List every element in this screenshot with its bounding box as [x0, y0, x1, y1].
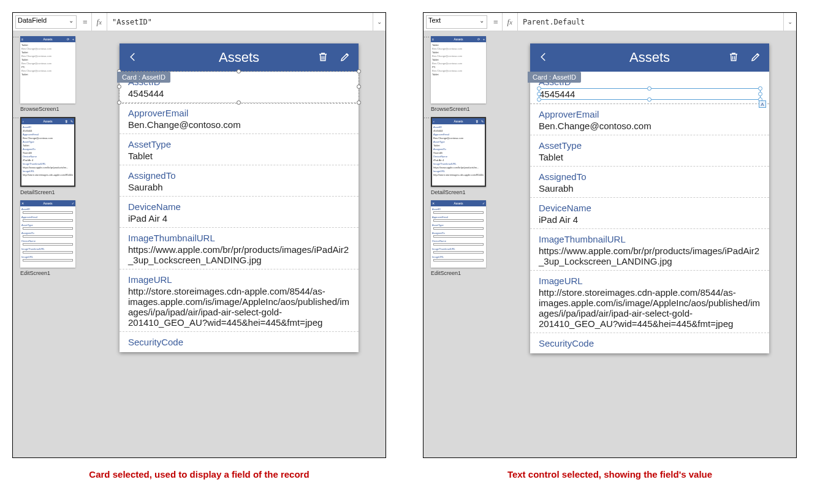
trash-icon[interactable]: [726, 50, 741, 64]
detail-screen-thumb[interactable]: ‹Assets🗑✎ AssetID4545444 ApproverEmailBe…: [20, 117, 75, 187]
card-value[interactable]: https://www.apple.com/br/pr/products/ima…: [128, 244, 350, 265]
card-label: AssetType: [539, 140, 761, 151]
trash-icon[interactable]: [316, 50, 330, 64]
card-value[interactable]: Tablet: [539, 152, 761, 162]
browse-screen-label: BrowseScreen1: [431, 106, 501, 112]
canvas[interactable]: Card : AssetID Assets AssetID 4545444: [503, 31, 796, 457]
card-value[interactable]: http://store.storeimages.cdn-apple.com/8…: [539, 287, 761, 329]
editor-body: ⋯ ≡Assets⟳+ TabletBen.Change@contoso.com…: [423, 31, 796, 457]
card-label: ImageURL: [128, 274, 350, 285]
fx-icon: fx: [91, 13, 107, 31]
browse-thumb-block: ⋯ ≡Assets⟳+ TabletBen.Change@contoso.com…: [18, 36, 90, 112]
detail-screen-thumb[interactable]: ‹Assets🗑✎ AssetID4545444 ApproverEmailBe…: [431, 117, 486, 187]
detail-screen-label: DetailScreen1: [431, 189, 501, 195]
security-code-card[interactable]: SecurityCode: [120, 332, 359, 352]
card-label: ApproverEmail: [128, 108, 350, 118]
screen-rail: ⋯ ≡Assets⟳+ TabletBen.Change@contoso.com…: [423, 31, 503, 457]
card-value[interactable]: Saurabh: [539, 183, 761, 194]
phone-preview[interactable]: Card : AssetID Assets AssetID: [120, 43, 359, 352]
browse-screen-thumb[interactable]: ≡Assets⟳+ TabletBen.Change@contoso.com T…: [431, 36, 486, 103]
left-panel: DataField = fx "AssetID" ⌄ ⋯ ≡Assets⟳+ T…: [12, 12, 386, 458]
assigned-to-card[interactable]: AssignedTo Saurabh: [120, 165, 359, 197]
formula-bar-left: DataField = fx "AssetID" ⌄: [13, 13, 386, 31]
fx-icon: fx: [502, 13, 518, 31]
editor-body: ⋯ ≡Assets⟳+ TabletBen.Change@contoso.com…: [13, 31, 386, 457]
formula-input[interactable]: Parent.Default: [518, 13, 784, 31]
detail-screen-label: DetailScreen1: [20, 189, 90, 195]
edit-icon[interactable]: [338, 50, 352, 64]
edit-thumb-block: ✕Assets✓ AssetID ApproverEmail AssetType…: [18, 200, 90, 276]
phone-body: AssetID 4545444 ApproverEmail Ben.Change…: [120, 72, 359, 352]
edit-screen-thumb[interactable]: ✕Assets✓ AssetID ApproverEmail AssetType…: [431, 200, 486, 268]
left-caption: Card selected, used to display a field o…: [12, 469, 386, 480]
edit-screen-label: EditScreen1: [20, 270, 90, 276]
card-tag[interactable]: Card : AssetID: [117, 72, 170, 83]
right-caption: Text control selected, showing the field…: [423, 469, 797, 480]
thumb-menu-icon[interactable]: ⋯: [423, 36, 430, 39]
card-label: SecurityCode: [128, 337, 350, 347]
image-thumb-url-card[interactable]: ImageThumbnailURL https://www.apple.com/…: [530, 229, 769, 271]
card-value[interactable]: iPad Air 4: [128, 213, 350, 224]
thumb-menu-icon[interactable]: ⋯: [13, 117, 19, 119]
approver-email-card[interactable]: ApproverEmail Ben.Change@contoso.com: [530, 104, 769, 135]
edit-icon[interactable]: [748, 50, 763, 64]
card-label: DeviceName: [539, 203, 761, 213]
card-label: AssetType: [128, 139, 350, 149]
back-icon[interactable]: [536, 50, 551, 64]
phone-header: Assets: [530, 43, 769, 72]
card-label: ImageThumbnailURL: [128, 233, 350, 243]
phone-title: Assets: [219, 50, 259, 66]
detail-thumb-block: ⋯ ‹Assets🗑✎ AssetID4545444 ApproverEmail…: [18, 117, 90, 195]
formula-bar-right: Text = fx Parent.Default ⌄: [423, 13, 796, 31]
assigned-to-card[interactable]: AssignedTo Saurabh: [530, 167, 769, 198]
card-value-selected[interactable]: 4545444 A: [539, 88, 761, 100]
right-panel: Text = fx Parent.Default ⌄ ⋯ ≡Assets⟳+ T…: [423, 12, 797, 458]
asset-type-card[interactable]: AssetType Tablet: [530, 135, 769, 167]
card-value[interactable]: iPad Air 4: [539, 214, 761, 225]
browse-screen-thumb[interactable]: ≡Assets⟳+ TabletBen.Change@contoso.com T…: [20, 36, 75, 103]
equals-sign: =: [79, 17, 91, 26]
card-label: ImageThumbnailURL: [539, 234, 761, 244]
phone-preview[interactable]: Card : AssetID Assets AssetID 4545444: [530, 43, 769, 353]
back-icon[interactable]: [126, 50, 140, 64]
device-name-card[interactable]: DeviceName iPad Air 4: [120, 197, 359, 228]
card-value[interactable]: Ben.Change@contoso.com: [539, 121, 761, 131]
property-dropdown[interactable]: Text: [426, 15, 487, 29]
device-name-card[interactable]: DeviceName iPad Air 4: [530, 198, 769, 229]
card-value[interactable]: Tablet: [128, 151, 350, 161]
asset-type-card[interactable]: AssetType Tablet: [120, 134, 359, 165]
card-value[interactable]: https://www.apple.com/br/pr/products/ima…: [539, 246, 761, 266]
card-label: DeviceName: [128, 201, 350, 212]
phone-header: Assets: [120, 43, 359, 72]
phone-title: Assets: [629, 50, 670, 66]
card-label: AssignedTo: [539, 171, 761, 182]
canvas[interactable]: Card : AssetID Assets AssetID: [93, 31, 386, 457]
card-value[interactable]: http://store.storeimages.cdn-apple.com/8…: [128, 286, 350, 328]
equals-sign: =: [490, 17, 502, 26]
card-label: ApproverEmail: [539, 109, 761, 119]
thumb-menu-icon[interactable]: ⋯: [13, 36, 19, 39]
card-value[interactable]: Ben.Change@contoso.com: [128, 119, 350, 130]
image-url-card[interactable]: ImageURL http://store.storeimages.cdn-ap…: [120, 269, 359, 332]
card-value[interactable]: Saurabh: [128, 182, 350, 192]
right-panel-wrap: Text = fx Parent.Default ⌄ ⋯ ≡Assets⟳+ T…: [423, 12, 797, 492]
approver-email-card[interactable]: ApproverEmail Ben.Change@contoso.com: [120, 103, 359, 134]
card-label: SecurityCode: [539, 338, 761, 348]
thumb-menu-icon[interactable]: ⋯: [423, 117, 430, 119]
card-value[interactable]: 4545444: [128, 88, 350, 99]
left-panel-wrap: DataField = fx "AssetID" ⌄ ⋯ ≡Assets⟳+ T…: [12, 12, 386, 492]
edit-screen-label: EditScreen1: [431, 270, 501, 276]
formula-expand-icon[interactable]: ⌄: [373, 18, 386, 25]
formula-input[interactable]: "AssetID": [107, 13, 373, 31]
image-thumb-url-card[interactable]: ImageThumbnailURL https://www.apple.com/…: [120, 228, 359, 269]
card-tag[interactable]: Card : AssetID: [528, 72, 581, 83]
property-dropdown[interactable]: DataField: [15, 15, 77, 29]
security-code-card[interactable]: SecurityCode: [530, 333, 769, 353]
card-label: ImageURL: [539, 276, 761, 286]
phone-body: AssetID 4545444 A ApproverEmail B: [530, 72, 769, 353]
edit-screen-thumb[interactable]: ✕Assets✓ AssetID ApproverEmail AssetType…: [20, 200, 75, 268]
card-label: AssignedTo: [128, 170, 350, 181]
browse-screen-label: BrowseScreen1: [20, 106, 90, 112]
image-url-card[interactable]: ImageURL http://store.storeimages.cdn-ap…: [530, 271, 769, 333]
formula-expand-icon[interactable]: ⌄: [784, 18, 796, 25]
